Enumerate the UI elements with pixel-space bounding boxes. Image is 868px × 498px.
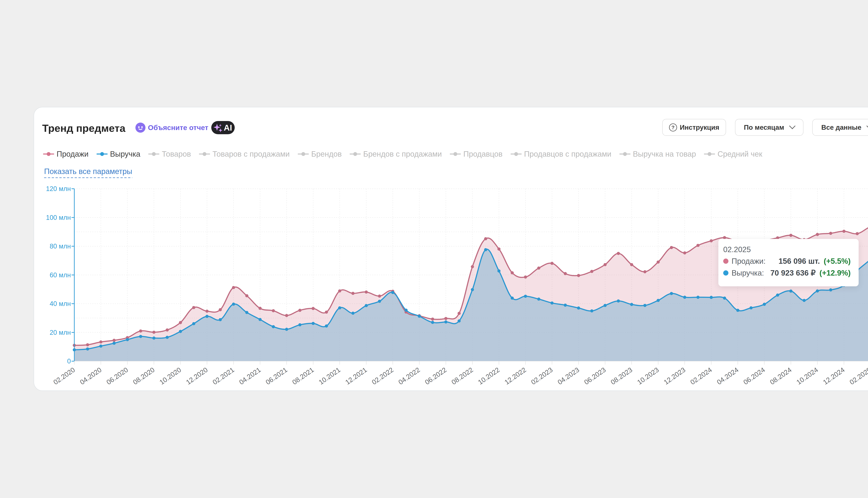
- svg-text:20 млн: 20 млн: [50, 329, 71, 336]
- svg-text:04.2024: 04.2024: [716, 366, 740, 386]
- svg-text:10.2021: 10.2021: [317, 366, 342, 386]
- svg-text:12.2021: 12.2021: [344, 366, 368, 386]
- svg-text:08.2023: 08.2023: [609, 366, 633, 386]
- svg-text:0: 0: [67, 357, 71, 365]
- svg-text:08.2020: 08.2020: [132, 366, 156, 386]
- svg-text:60 млн: 60 млн: [50, 271, 71, 279]
- svg-text:02.2021: 02.2021: [211, 366, 236, 386]
- svg-text:12.2023: 12.2023: [663, 366, 687, 386]
- svg-text:12.2024: 12.2024: [822, 366, 846, 386]
- svg-text:04.2020: 04.2020: [79, 366, 103, 386]
- svg-text:10.2022: 10.2022: [477, 366, 501, 386]
- svg-text:02.2024: 02.2024: [689, 366, 713, 386]
- svg-text:04.2022: 04.2022: [397, 366, 421, 386]
- svg-text:02.2020: 02.2020: [52, 366, 76, 386]
- svg-text:04.2021: 04.2021: [238, 366, 262, 386]
- svg-text:06.2023: 06.2023: [583, 366, 607, 386]
- svg-text:12.2020: 12.2020: [185, 366, 209, 386]
- svg-text:04.2023: 04.2023: [556, 366, 580, 386]
- svg-text:10.2024: 10.2024: [795, 366, 819, 386]
- svg-text:120 млн: 120 млн: [46, 185, 71, 192]
- svg-text:80 млн: 80 млн: [50, 243, 71, 250]
- svg-text:10.2020: 10.2020: [158, 366, 183, 386]
- svg-text:12.2022: 12.2022: [503, 366, 528, 386]
- svg-text:02.2025: 02.2025: [848, 366, 868, 386]
- svg-text:08.2021: 08.2021: [291, 366, 315, 386]
- svg-text:06.2021: 06.2021: [264, 366, 289, 386]
- svg-text:10.2023: 10.2023: [636, 366, 660, 386]
- svg-text:02.2023: 02.2023: [530, 366, 554, 386]
- svg-text:100 млн: 100 млн: [46, 214, 71, 221]
- svg-text:06.2022: 06.2022: [424, 366, 448, 386]
- svg-text:08.2024: 08.2024: [769, 366, 793, 386]
- svg-text:06.2020: 06.2020: [105, 366, 129, 386]
- svg-text:08.2022: 08.2022: [450, 366, 475, 386]
- svg-text:40 млн: 40 млн: [50, 300, 71, 307]
- svg-text:02.2022: 02.2022: [371, 366, 395, 386]
- svg-text:06.2024: 06.2024: [742, 366, 766, 386]
